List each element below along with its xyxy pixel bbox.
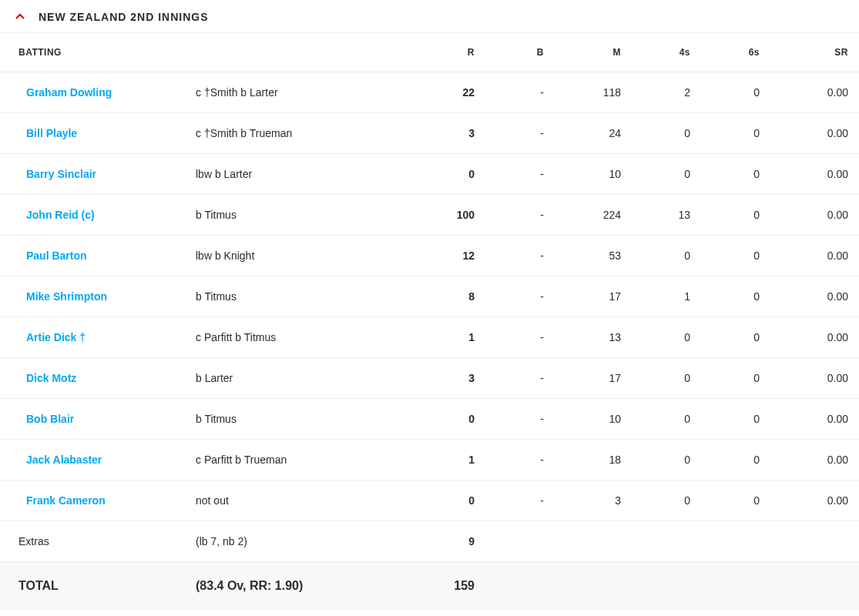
chevron-up-icon <box>12 9 28 25</box>
runs-cell: 3 <box>416 358 485 399</box>
fours-cell: 0 <box>632 317 701 358</box>
balls-cell: - <box>485 317 555 358</box>
batter-name-cell: Paul Barton <box>0 236 185 276</box>
table-row: Frank Cameronnot out0-3000.00 <box>0 480 859 521</box>
col-runs: R <box>416 33 485 72</box>
extras-row: Extras(lb 7, nb 2)9 <box>0 521 859 562</box>
batter-name-cell: John Reid (c) <box>0 195 185 236</box>
sr-cell: 0.00 <box>770 154 859 195</box>
sixes-cell: 0 <box>701 154 770 195</box>
balls-cell: - <box>485 113 555 154</box>
batter-link[interactable]: Barry Sinclair <box>26 168 96 180</box>
sixes-cell: 0 <box>701 399 770 440</box>
runs-cell: 0 <box>416 480 485 521</box>
fours-cell: 2 <box>632 72 701 113</box>
innings-title: NEW ZEALAND 2ND INNINGS <box>39 11 209 23</box>
col-sixes: 6s <box>701 33 770 72</box>
balls-cell: - <box>485 399 555 440</box>
table-row: Bill Playlec †Smith b Trueman3-24000.00 <box>0 113 859 154</box>
fours-cell: 0 <box>632 236 701 276</box>
dismissal-cell: c †Smith b Larter <box>185 72 416 113</box>
scorecard: NEW ZEALAND 2ND INNINGS BATTING R B M 4s… <box>0 0 859 610</box>
runs-cell: 100 <box>416 195 485 236</box>
balls-cell: - <box>485 195 555 236</box>
batter-link[interactable]: Bill Playle <box>26 127 77 139</box>
sixes-cell: 0 <box>701 440 770 480</box>
total-detail: (83.4 Ov, RR: 1.90) <box>185 562 416 611</box>
runs-cell: 1 <box>416 317 485 358</box>
col-fours: 4s <box>632 33 701 72</box>
batter-link[interactable]: Jack Alabaster <box>26 454 102 466</box>
batter-link[interactable]: Paul Barton <box>26 249 87 262</box>
table-row: John Reid (c)b Titmus100-2241300.00 <box>0 195 859 236</box>
batter-link[interactable]: Mike Shrimpton <box>26 290 107 303</box>
sr-cell: 0.00 <box>770 113 859 154</box>
extras-label: Extras <box>0 521 185 562</box>
sr-cell: 0.00 <box>770 195 859 236</box>
mins-cell: 18 <box>555 440 632 480</box>
batter-name-cell: Dick Motz <box>0 358 185 399</box>
total-runs: 159 <box>416 562 485 611</box>
runs-cell: 8 <box>416 276 485 317</box>
total-label: TOTAL <box>0 562 185 611</box>
dismissal-cell: not out <box>185 480 416 521</box>
table-row: Mike Shrimptonb Titmus8-17100.00 <box>0 276 859 317</box>
col-balls: B <box>485 33 555 72</box>
sr-cell: 0.00 <box>770 440 859 480</box>
table-row: Paul Bartonlbw b Knight12-53000.00 <box>0 236 859 276</box>
batter-link[interactable]: Frank Cameron <box>26 494 106 507</box>
runs-cell: 3 <box>416 113 485 154</box>
sr-cell: 0.00 <box>770 358 859 399</box>
total-row: TOTAL(83.4 Ov, RR: 1.90)159 <box>0 562 859 611</box>
mins-cell: 3 <box>555 480 632 521</box>
innings-header[interactable]: NEW ZEALAND 2ND INNINGS <box>0 0 859 33</box>
fours-cell: 13 <box>632 195 701 236</box>
dismissal-cell: b Titmus <box>185 195 416 236</box>
balls-cell: - <box>485 154 555 195</box>
table-row: Graham Dowlingc †Smith b Larter22-118200… <box>0 72 859 113</box>
sr-cell: 0.00 <box>770 317 859 358</box>
balls-cell: - <box>485 480 555 521</box>
sixes-cell: 0 <box>701 276 770 317</box>
mins-cell: 17 <box>555 276 632 317</box>
extras-runs: 9 <box>416 521 485 562</box>
sixes-cell: 0 <box>701 72 770 113</box>
batter-link[interactable]: Graham Dowling <box>26 86 112 99</box>
dismissal-cell: b Larter <box>185 358 416 399</box>
mins-cell: 118 <box>555 72 632 113</box>
sr-cell: 0.00 <box>770 72 859 113</box>
fours-cell: 0 <box>632 358 701 399</box>
table-header-row: BATTING R B M 4s 6s SR <box>0 33 859 72</box>
batter-name-cell: Barry Sinclair <box>0 154 185 195</box>
dismissal-cell: lbw b Larter <box>185 154 416 195</box>
dismissal-cell: c †Smith b Trueman <box>185 113 416 154</box>
runs-cell: 1 <box>416 440 485 480</box>
dismissal-cell: b Titmus <box>185 399 416 440</box>
batter-link[interactable]: Artie Dick † <box>26 331 86 343</box>
runs-cell: 22 <box>416 72 485 113</box>
batter-link[interactable]: Bob Blair <box>26 413 74 425</box>
sr-cell: 0.00 <box>770 480 859 521</box>
batter-link[interactable]: John Reid (c) <box>26 209 95 221</box>
runs-cell: 12 <box>416 236 485 276</box>
table-row: Artie Dick †c Parfitt b Titmus1-13000.00 <box>0 317 859 358</box>
batter-name-cell: Frank Cameron <box>0 480 185 521</box>
mins-cell: 10 <box>555 154 632 195</box>
sr-cell: 0.00 <box>770 399 859 440</box>
sixes-cell: 0 <box>701 113 770 154</box>
extras-detail: (lb 7, nb 2) <box>185 521 416 562</box>
runs-cell: 0 <box>416 399 485 440</box>
dismissal-cell: b Titmus <box>185 276 416 317</box>
fours-cell: 0 <box>632 399 701 440</box>
batter-link[interactable]: Dick Motz <box>26 372 76 384</box>
balls-cell: - <box>485 236 555 276</box>
fours-cell: 0 <box>632 113 701 154</box>
col-batting: BATTING <box>0 33 416 72</box>
sixes-cell: 0 <box>701 317 770 358</box>
table-row: Jack Alabasterc Parfitt b Trueman1-18000… <box>0 440 859 480</box>
fours-cell: 0 <box>632 154 701 195</box>
table-row: Barry Sinclairlbw b Larter0-10000.00 <box>0 154 859 195</box>
runs-cell: 0 <box>416 154 485 195</box>
sixes-cell: 0 <box>701 358 770 399</box>
batter-name-cell: Bill Playle <box>0 113 185 154</box>
